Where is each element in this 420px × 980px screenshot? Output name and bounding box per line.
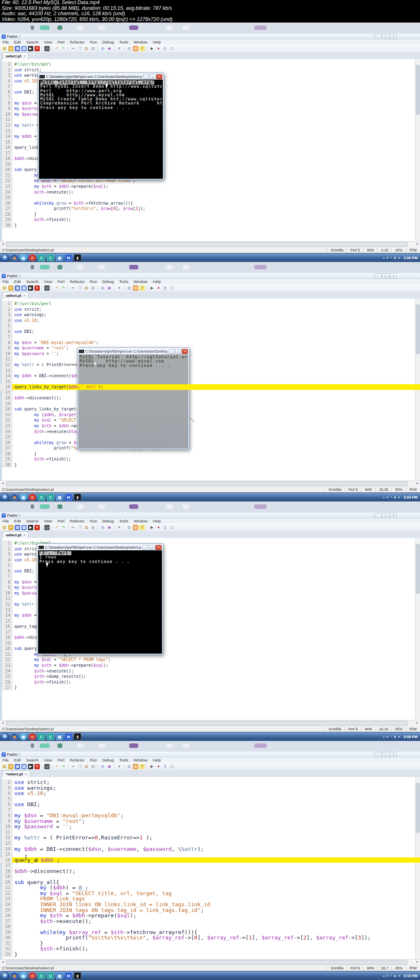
menu-tools[interactable]: Tools bbox=[119, 279, 128, 284]
opera-icon[interactable]: O bbox=[29, 733, 36, 740]
toolbar-new-file-icon[interactable]: ▤ bbox=[2, 764, 7, 769]
menu-view[interactable]: View bbox=[44, 279, 52, 284]
horizontal-scrollbar-thumb[interactable] bbox=[6, 721, 408, 726]
toolbar-brackets-icon[interactable]: {} bbox=[162, 525, 168, 530]
chrome-icon[interactable]: ◉ bbox=[20, 972, 27, 979]
toolbar-console-icon[interactable]: ▭ bbox=[44, 764, 50, 769]
toolbar-brackets-icon[interactable]: {} bbox=[162, 285, 168, 291]
chrome-icon[interactable]: ◉ bbox=[20, 733, 27, 740]
vertical-scrollbar-thumb[interactable] bbox=[416, 65, 420, 115]
toolbar-find-replace-icon[interactable]: ◉ bbox=[107, 285, 112, 291]
toolbar-stop-icon[interactable]: ● bbox=[156, 46, 161, 51]
tab-close-icon[interactable]: × bbox=[23, 294, 25, 298]
action-center-icon[interactable]: ⚐ bbox=[390, 496, 393, 499]
toolbar-save-icon[interactable]: ▦ bbox=[15, 46, 20, 51]
menu-debug[interactable]: Debug bbox=[102, 758, 114, 762]
toolbar-paste-icon[interactable]: ▤ bbox=[84, 46, 89, 51]
tray-expand-icon[interactable]: ▴ bbox=[383, 974, 385, 978]
toolbar-open-folder-icon[interactable]: ▾ bbox=[8, 46, 14, 51]
network-icon[interactable]: ılı bbox=[386, 974, 388, 977]
padre-taskbar-icon[interactable]: M bbox=[65, 733, 72, 740]
toolbar-fullscreen-icon[interactable]: ▢ bbox=[169, 285, 174, 291]
chrome-icon[interactable]: ◉ bbox=[20, 254, 27, 261]
battery-icon[interactable]: ▮ bbox=[394, 256, 396, 260]
menu-run[interactable]: Run bbox=[90, 519, 97, 523]
maximize-button[interactable]: ▢ bbox=[382, 752, 389, 757]
scroll-left-arrow[interactable]: ◂ bbox=[0, 720, 5, 725]
toolbar-close-file-icon[interactable]: ✕ bbox=[34, 764, 40, 769]
window-titlebar[interactable]: PPadre▯–▢✕ bbox=[0, 752, 420, 757]
volume-icon[interactable]: ◄ bbox=[397, 974, 400, 977]
close-button[interactable]: ✕ bbox=[390, 34, 397, 39]
toolbar-console-icon[interactable]: ▭ bbox=[44, 525, 50, 530]
menu-window[interactable]: Window bbox=[134, 758, 148, 762]
toolbar-find-icon[interactable]: ◎ bbox=[100, 525, 105, 530]
toolbar-open-example-icon[interactable]: ▨ bbox=[133, 764, 138, 769]
toolbar-undo-icon[interactable]: ↶ bbox=[54, 525, 59, 530]
console-close-button[interactable]: ✕ bbox=[156, 74, 162, 79]
opera-icon[interactable]: O bbox=[29, 494, 36, 501]
explorer-icon[interactable]: ▤ bbox=[56, 254, 63, 261]
toolbar-undo-icon[interactable]: ↶ bbox=[54, 764, 59, 769]
tab-select-pl[interactable]: select.pl× bbox=[2, 292, 29, 299]
toolbar-paste-icon[interactable]: ▤ bbox=[84, 525, 89, 530]
toolbar-comment-toggle-icon[interactable]: # bbox=[116, 285, 122, 291]
toolbar-pod-doc-icon[interactable]: ▥ bbox=[126, 46, 132, 51]
menu-run[interactable]: Run bbox=[90, 758, 97, 762]
tray-expand-icon[interactable]: ▴ bbox=[383, 735, 385, 738]
toolbar-run-document-icon[interactable]: ▶ bbox=[28, 285, 33, 291]
toolbar-new-file-icon[interactable]: ▤ bbox=[2, 46, 7, 51]
menu-debug[interactable]: Debug bbox=[102, 40, 114, 44]
tray-expand-icon[interactable]: ▴ bbox=[383, 256, 385, 260]
toolbar-comment-toggle-icon[interactable]: # bbox=[116, 764, 122, 769]
start-button[interactable]: ❖ bbox=[1, 493, 9, 501]
toolbar-run-document-icon[interactable]: ▶ bbox=[28, 525, 33, 530]
battery-icon[interactable]: ▮ bbox=[394, 496, 396, 499]
toolbar-run-document-icon[interactable]: ▶ bbox=[28, 764, 33, 769]
start-button[interactable]: ❖ bbox=[1, 972, 9, 980]
menu-perl[interactable]: Perl bbox=[57, 519, 64, 523]
menu-file[interactable]: File bbox=[2, 758, 9, 762]
toolbar-find-icon[interactable]: ◎ bbox=[100, 285, 105, 291]
toolbar-redo-icon[interactable]: ↷ bbox=[61, 285, 66, 291]
window-titlebar[interactable]: PPadre▯–▢✕ bbox=[0, 34, 420, 39]
menu-file[interactable]: File bbox=[2, 279, 9, 284]
menu-edit[interactable]: Edit bbox=[14, 758, 21, 762]
toolbar-undo-icon[interactable]: ↶ bbox=[54, 46, 59, 51]
toolbar-brackets-icon[interactable]: {} bbox=[162, 46, 168, 51]
console-titlebar[interactable]: C:\C:\Strawberry\perl\bin\perl.exe C:\Us… bbox=[78, 348, 189, 355]
terminal-taskbar-icon[interactable]: ▮ bbox=[74, 254, 81, 261]
menu-window[interactable]: Window bbox=[134, 519, 148, 523]
terminal-taskbar-icon[interactable]: ▮ bbox=[74, 494, 81, 501]
toolbar-hint-icon[interactable]: ? bbox=[139, 525, 145, 530]
scroll-right-arrow[interactable]: ▸ bbox=[415, 959, 420, 964]
menu-tools[interactable]: Tools bbox=[119, 758, 128, 762]
opera-icon[interactable]: O bbox=[29, 972, 36, 979]
firefox-icon[interactable]: ◉ bbox=[11, 733, 18, 740]
minimize-button[interactable]: – bbox=[374, 273, 381, 279]
console-window[interactable]: C:\C:\Strawberry\perl\bin\perl.exe C:\Us… bbox=[38, 73, 164, 180]
toolbar-open-example-icon[interactable]: ▨ bbox=[133, 46, 138, 51]
toolbar-save-all-icon[interactable]: ▦ bbox=[21, 285, 27, 291]
console-window[interactable]: C:\C:\Strawberry\perl\bin\perl.exe C:\Us… bbox=[37, 543, 163, 655]
minimize-button[interactable]: – bbox=[374, 752, 381, 757]
toolbar-pod-doc-icon[interactable]: ▥ bbox=[126, 764, 132, 769]
scroll-right-arrow[interactable]: ▸ bbox=[415, 720, 420, 725]
toolbar-find-replace-icon[interactable]: ◉ bbox=[107, 525, 112, 530]
console-maximize-button[interactable]: ▢ bbox=[175, 349, 181, 354]
tab-close-icon[interactable]: × bbox=[25, 772, 27, 776]
menu-perl[interactable]: Perl bbox=[57, 279, 64, 284]
toolbar-cut-icon[interactable]: ✂ bbox=[71, 46, 76, 51]
toolbar-delete-icon[interactable]: ▧ bbox=[90, 285, 96, 291]
vertical-scrollbar-thumb[interactable] bbox=[416, 783, 420, 833]
terminal-taskbar-icon[interactable]: ▮ bbox=[74, 972, 81, 979]
toolbar-copy-icon[interactable]: ❐ bbox=[77, 46, 82, 51]
menu-refactor[interactable]: Refactor bbox=[70, 40, 84, 44]
toolbar-find-icon[interactable]: ◎ bbox=[100, 764, 105, 769]
horizontal-scrollbar-thumb[interactable] bbox=[6, 242, 408, 247]
code-editor[interactable]: 1#!/usr/bin/perl2use strict;3use warning… bbox=[0, 299, 420, 481]
menu-edit[interactable]: Edit bbox=[14, 40, 21, 44]
menu-tools[interactable]: Tools bbox=[119, 40, 128, 44]
toolbar-delete-icon[interactable]: ▧ bbox=[90, 525, 96, 530]
firefox-icon[interactable]: ◉ bbox=[11, 254, 18, 261]
